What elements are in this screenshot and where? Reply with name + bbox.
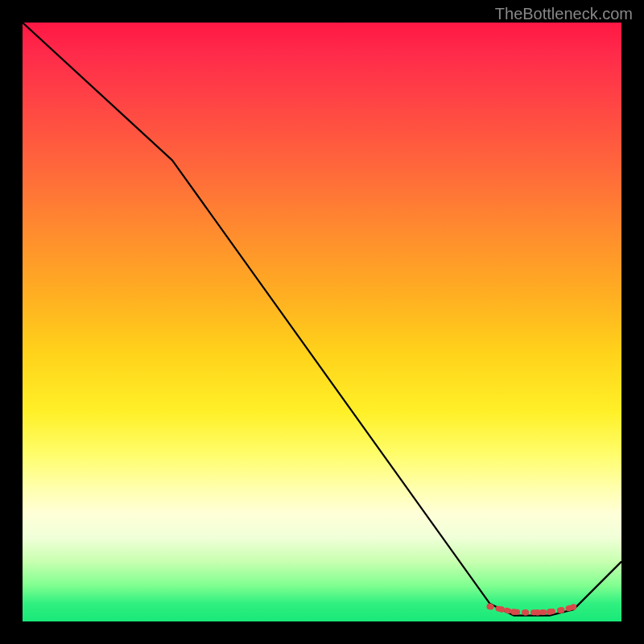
optimal-range-marker	[571, 604, 577, 610]
watermark-text: TheBottleneck.com	[495, 5, 633, 23]
optimal-range-marker	[547, 609, 553, 615]
chart-plot-area	[23, 23, 621, 621]
optimal-range-marker	[522, 609, 529, 616]
optimal-range-marker	[498, 606, 505, 613]
optimal-range-marker	[487, 604, 493, 610]
optimal-range-marker	[535, 609, 541, 616]
optimal-range-marker	[559, 607, 565, 613]
optimal-range-markers	[487, 604, 577, 616]
optimal-range-marker	[510, 609, 517, 615]
bottleneck-curve-line	[23, 23, 621, 616]
chart-svg	[23, 23, 621, 621]
